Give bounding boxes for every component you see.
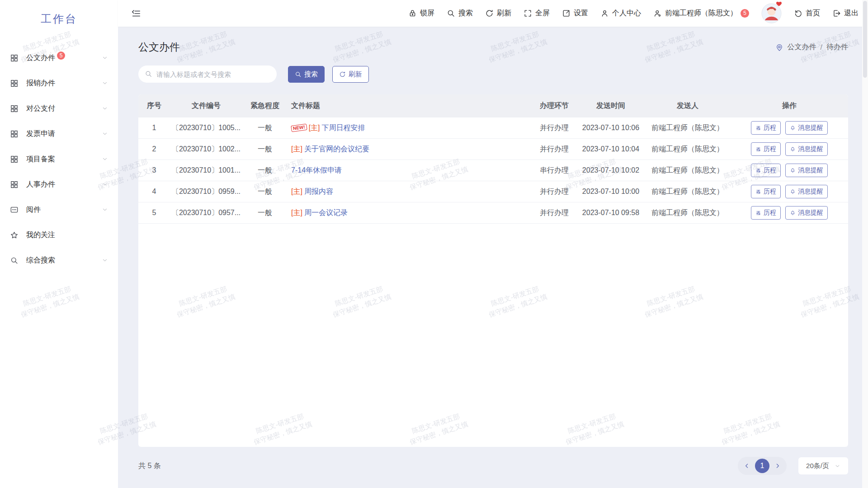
grid-icon (10, 104, 19, 113)
sidebar-item-label: 公文办件 (26, 53, 55, 63)
chevron-down-icon (102, 131, 108, 137)
main-doc-tag: [主] (291, 187, 302, 197)
search-button[interactable]: 搜索 (288, 66, 325, 83)
sidebar-item-label: 综合搜索 (26, 256, 55, 265)
cell-sender: 前端工程师（陈思文） (645, 187, 731, 197)
chevron-down-icon (102, 55, 108, 61)
current-user[interactable]: 前端工程师（陈思文） 5 (653, 9, 749, 18)
doc-title-link[interactable]: 周报内容 (304, 187, 333, 197)
location-pin-icon (775, 43, 783, 52)
page-size-select[interactable]: 20条/页 (798, 457, 848, 474)
sidebar-item-renshi[interactable]: 人事办件 (0, 172, 118, 197)
bell-icon (790, 210, 796, 216)
refresh-icon (485, 9, 494, 18)
history-label: 历程 (764, 124, 776, 132)
sidebar-item-gongwen[interactable]: 公文办件 5 (0, 45, 118, 70)
fullscreen-icon (524, 9, 532, 18)
logout-icon (832, 9, 841, 18)
doc-title-link[interactable]: 周一会议记录 (304, 208, 348, 218)
sliders-icon (755, 125, 761, 131)
app-logo: 工作台 (0, 12, 118, 26)
cell-urgency: 一般 (242, 123, 288, 133)
search-button-label: 搜索 (304, 70, 318, 79)
cell-doc-no: 〔20230710〕1005... (170, 123, 242, 133)
sidebar-item-yuejian[interactable]: 阅件 (0, 197, 118, 222)
scrollbar[interactable] (862, 0, 868, 488)
cell-urgency: 一般 (242, 187, 288, 197)
sidebar-item-xiangmu[interactable]: 项目备案 (0, 146, 118, 172)
cell-time: 2023-07-10 10:02 (577, 166, 645, 174)
notify-button[interactable]: 消息提醒 (785, 142, 828, 156)
cell-step: 并行办理 (532, 208, 577, 218)
profile-center-button[interactable]: 个人中心 (600, 9, 641, 18)
sidebar-item-label: 阅件 (26, 205, 41, 215)
sidebar-item-label: 我的关注 (26, 230, 55, 240)
cell-title: [主] 周一会议记录 (288, 208, 532, 218)
notify-button[interactable]: 消息提醒 (785, 121, 828, 135)
prev-page-button[interactable] (743, 462, 750, 469)
doc-title-link[interactable]: 关于官网的会议纪要 (304, 145, 369, 154)
next-page-button[interactable] (774, 462, 781, 469)
sidebar-item-duigong[interactable]: 对公支付 (0, 96, 118, 121)
table-row: 5 〔20230710〕0957... 一般 [主] 周一会议记录 并行办理 2… (138, 202, 848, 224)
col-actions: 操作 (731, 101, 848, 111)
sliders-icon (755, 189, 761, 195)
topbar: 锁屏 搜索 刷新 全屏 设置 (118, 0, 868, 27)
chevron-down-icon (102, 80, 108, 86)
settings-icon (562, 9, 571, 18)
sliders-icon (755, 168, 761, 174)
grid-icon (10, 54, 19, 62)
settings-button[interactable]: 设置 (562, 9, 588, 18)
global-search-label: 搜索 (458, 9, 473, 18)
page-title: 公文办件 (138, 40, 180, 54)
chevron-down-icon (102, 257, 108, 263)
lock-screen-button[interactable]: 锁屏 (408, 9, 434, 18)
refresh-button[interactable]: 刷新 (332, 66, 369, 83)
bell-icon (790, 125, 796, 131)
history-button[interactable]: 历程 (751, 164, 781, 177)
notify-button[interactable]: 消息提醒 (785, 164, 828, 177)
search-input[interactable] (138, 66, 277, 83)
col-index: 序号 (138, 101, 170, 111)
refresh-page-button[interactable]: 刷新 (485, 9, 511, 18)
sidebar-item-fapiao[interactable]: 发票申请 (0, 121, 118, 146)
home-button[interactable]: 首页 (794, 9, 820, 18)
grid-icon (10, 130, 19, 138)
refresh-icon (339, 71, 346, 78)
fullscreen-button[interactable]: 全屏 (524, 9, 550, 18)
cell-step: 并行办理 (532, 187, 577, 197)
history-button[interactable]: 历程 (751, 121, 781, 135)
breadcrumb-parent[interactable]: 公文办件 (788, 42, 816, 52)
breadcrumb-current: 待办件 (826, 42, 848, 52)
avatar[interactable] (761, 3, 782, 23)
person-icon (600, 9, 609, 18)
cell-actions: 历程 消息提醒 (731, 206, 848, 220)
sidebar-item-label: 对公支付 (26, 104, 55, 113)
page-number[interactable]: 1 (755, 459, 769, 473)
history-label: 历程 (764, 145, 776, 153)
notify-label: 消息提醒 (798, 124, 823, 132)
notify-button[interactable]: 消息提醒 (785, 185, 828, 198)
notify-button[interactable]: 消息提醒 (785, 206, 828, 220)
chevron-down-icon (102, 206, 108, 213)
history-button[interactable]: 历程 (751, 142, 781, 156)
refresh-button-label: 刷新 (349, 70, 362, 79)
doc-title-link[interactable]: 7-14年休假申请 (291, 166, 342, 175)
menu-fold-icon[interactable] (131, 9, 141, 19)
scrollbar-thumb[interactable] (863, 1, 867, 78)
history-button[interactable]: 历程 (751, 206, 781, 220)
history-button[interactable]: 历程 (751, 185, 781, 198)
sidebar-item-baoxiao[interactable]: 报销办件 (0, 70, 118, 96)
bell-icon (790, 146, 796, 152)
doc-title-link[interactable]: 下周日程安排 (322, 123, 365, 133)
cell-step: 并行办理 (532, 123, 577, 133)
sidebar-item-guanzhu[interactable]: 我的关注 (0, 222, 118, 248)
person-badge-icon (653, 9, 662, 18)
global-search-button[interactable]: 搜索 (447, 9, 473, 18)
back-home-icon (794, 9, 802, 18)
grid-icon (10, 155, 19, 164)
logout-button[interactable]: 退出 (832, 9, 859, 18)
history-label: 历程 (764, 166, 776, 174)
sidebar-item-sousuo[interactable]: 综合搜索 (0, 248, 118, 273)
star-icon (10, 231, 19, 239)
